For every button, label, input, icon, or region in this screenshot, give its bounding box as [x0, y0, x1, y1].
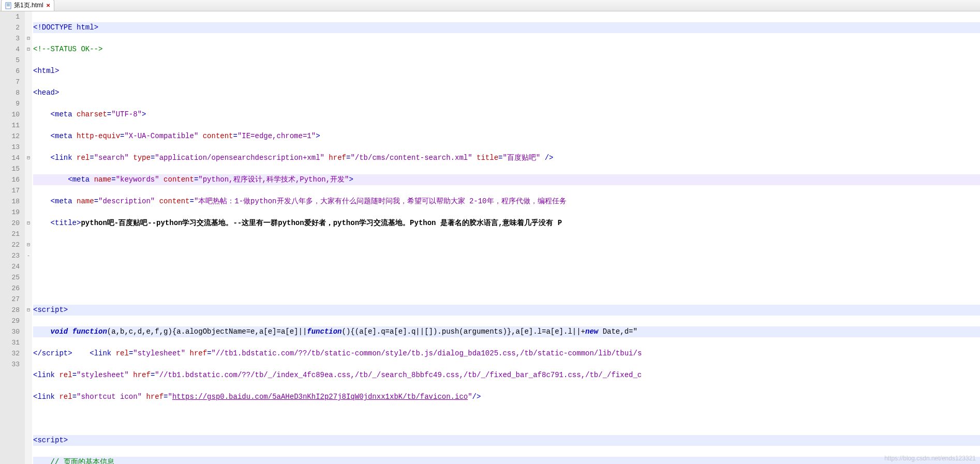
line-number[interactable]: 22	[3, 240, 20, 250]
code-area[interactable]: <!DOCTYPE html> <!--STATUS OK--> <html> …	[32, 11, 980, 464]
fold-marker	[25, 22, 32, 33]
file-tab[interactable]: 第1页.html ✕	[1, 0, 54, 11]
line-number[interactable]: 11	[3, 120, 20, 131]
code-line: // 页面的基本信息	[33, 457, 980, 464]
code-line: </script> <link rel="stylesheet" href="/…	[33, 348, 980, 359]
code-line	[33, 261, 980, 272]
line-number[interactable]: 15	[3, 163, 20, 174]
line-number[interactable]: 2	[3, 22, 20, 33]
line-number[interactable]: 10	[3, 109, 20, 120]
tab-bar: 第1页.html ✕	[0, 0, 980, 11]
line-number[interactable]: 5	[3, 55, 20, 66]
code-line: <!--STATUS OK-->	[33, 44, 980, 55]
code-line: <meta name="keywords" content="python,程序…	[33, 174, 980, 185]
code-line: <meta http-equiv="X-UA-Compatible" conte…	[33, 131, 980, 142]
line-number[interactable]: 7	[3, 77, 20, 87]
code-line: <meta charset="UTF-8">	[33, 109, 980, 120]
code-line: <script>	[33, 305, 980, 316]
line-number[interactable]: 27	[3, 294, 20, 305]
line-number[interactable]: 18	[3, 196, 20, 207]
line-number[interactable]: 1	[3, 11, 20, 22]
svg-rect-3	[7, 6, 10, 6]
line-number[interactable]: 13	[3, 142, 20, 153]
code-line: <link rel="stylesheet" href="//tb1.bdsta…	[33, 370, 980, 381]
close-icon[interactable]: ✕	[46, 3, 51, 8]
line-number[interactable]: 14	[3, 153, 20, 163]
code-line	[33, 413, 980, 424]
fold-toggle[interactable]: ⊟	[25, 218, 32, 229]
code-line: <!DOCTYPE html>	[33, 22, 980, 33]
code-line: <link rel="search" type="application/ope…	[33, 153, 980, 163]
tab-label: 第1页.html	[14, 1, 43, 10]
code-line: <script>	[33, 435, 980, 446]
fold-toggle[interactable]: ⊟	[25, 305, 32, 316]
fold-toggle[interactable]: ⊟	[25, 44, 32, 55]
editor: 1 2 3 4 5 6 7 8 9 10 11 12 13 14 15 16 1…	[0, 11, 980, 464]
line-number[interactable]: 20	[3, 218, 20, 229]
line-number[interactable]: 32	[3, 348, 20, 359]
line-number[interactable]: 17	[3, 185, 20, 196]
line-number[interactable]: 29	[3, 316, 20, 326]
line-number[interactable]: 28	[3, 305, 20, 316]
line-number[interactable]: 31	[3, 337, 20, 348]
fold-toggle[interactable]: ⊟	[25, 153, 32, 163]
svg-rect-1	[7, 4, 10, 4]
line-number[interactable]: 25	[3, 272, 20, 283]
line-number[interactable]: 33	[3, 359, 20, 370]
line-number[interactable]: 12	[3, 131, 20, 142]
code-line	[33, 240, 980, 250]
code-line	[33, 283, 980, 294]
line-number[interactable]: 19	[3, 207, 20, 218]
fold-marker	[25, 11, 32, 22]
line-number[interactable]: 6	[3, 66, 20, 77]
line-number[interactable]: 16	[3, 174, 20, 185]
svg-rect-2	[7, 5, 10, 5]
code-line: <html>	[33, 66, 980, 77]
line-number[interactable]: 23	[3, 250, 20, 261]
line-number[interactable]: 9	[3, 98, 20, 109]
code-line: <link rel="shortcut icon" href="https://…	[33, 392, 980, 402]
line-number[interactable]: 24	[3, 261, 20, 272]
file-icon	[5, 2, 12, 9]
fold-toggle[interactable]: ⊟	[25, 240, 32, 250]
fold-toggle[interactable]: -	[25, 250, 32, 261]
code-line: <head>	[33, 87, 980, 98]
line-number[interactable]: 3	[3, 33, 20, 44]
code-line: <title>python吧-百度贴吧--python学习交流基地。--这里有一…	[33, 218, 980, 229]
line-number[interactable]: 8	[3, 87, 20, 98]
line-number[interactable]: 4	[3, 44, 20, 55]
line-number[interactable]: 26	[3, 283, 20, 294]
line-number-gutter: 1 2 3 4 5 6 7 8 9 10 11 12 13 14 15 16 1…	[0, 11, 25, 464]
code-line: <meta name="description" content="本吧热帖：1…	[33, 196, 980, 207]
fold-column: ⊟ ⊟ ⊟ ⊟ ⊟ - ⊟	[25, 11, 32, 464]
line-number[interactable]: 21	[3, 229, 20, 240]
fold-toggle[interactable]: ⊟	[25, 33, 32, 44]
code-line: void function(a,b,c,d,e,f,g){a.alogObjec…	[33, 326, 980, 337]
line-number[interactable]: 30	[3, 326, 20, 337]
